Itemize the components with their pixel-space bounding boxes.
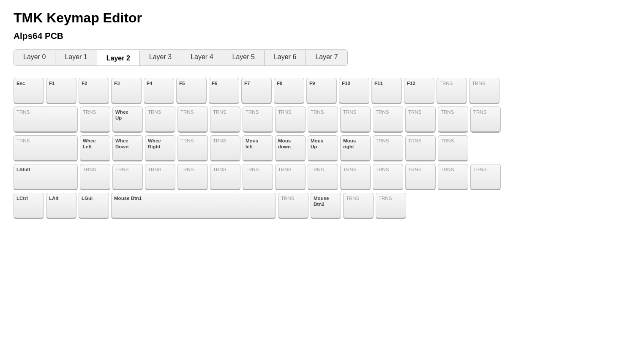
key-trns-r4-12[interactable]: TRNS: [405, 164, 436, 190]
key-mouse-btn1[interactable]: Mouse Btn1: [111, 193, 276, 219]
tab-layer1[interactable]: Layer 1: [55, 50, 97, 66]
key-trns-r4-4[interactable]: TRNS: [145, 164, 175, 190]
key-wheel-left[interactable]: WheeLeft: [80, 135, 110, 161]
key-lgui[interactable]: LGui: [79, 193, 109, 219]
key-f6[interactable]: F6: [209, 78, 239, 104]
key-trns-r4-8[interactable]: TRNS: [275, 164, 306, 190]
key-lctrl[interactable]: LCtrl: [14, 193, 44, 219]
key-f10[interactable]: F10: [339, 78, 369, 104]
key-f8[interactable]: F8: [274, 78, 304, 104]
key-trns-r4-3[interactable]: TRNS: [112, 164, 143, 190]
key-trns-r2-8[interactable]: TRNS: [275, 106, 306, 133]
key-trns-r2-10[interactable]: TRNS: [340, 106, 371, 133]
key-trns-r5-5[interactable]: TRNS: [278, 193, 308, 219]
tab-layer4[interactable]: Layer 4: [181, 50, 223, 66]
key-trns-r4-9[interactable]: TRNS: [308, 164, 338, 190]
key-wheel-right[interactable]: WheeRight: [145, 135, 175, 161]
key-esc[interactable]: Esc: [14, 78, 44, 104]
key-f1[interactable]: F1: [46, 78, 76, 104]
key-f3[interactable]: F3: [111, 78, 142, 104]
key-f7[interactable]: F7: [241, 78, 272, 104]
key-trns-r4-6[interactable]: TRNS: [210, 164, 240, 190]
key-wheel-down[interactable]: WheeDown: [112, 135, 143, 161]
key-trns-r2-1[interactable]: TRNS: [14, 106, 78, 133]
keyboard-layout: Esc F1 F2 F3 F4 F5 F6 F7 F8 F9 F10 F11 F…: [14, 78, 630, 219]
key-trns-r4-10[interactable]: TRNS: [340, 164, 371, 190]
key-trns-r4-5[interactable]: TRNS: [177, 164, 208, 190]
page-subtitle: Alps64 PCB: [14, 31, 630, 41]
layer-tabs: Layer 0 Layer 1 Layer 2 Layer 3 Layer 4 …: [14, 49, 348, 66]
key-mouse-right[interactable]: Mousright: [340, 135, 371, 161]
key-mouse-down[interactable]: Mousdown: [275, 135, 306, 161]
key-f11[interactable]: F11: [371, 78, 402, 104]
key-trns-r2-5[interactable]: TRNS: [177, 106, 208, 133]
key-mouse-btn2[interactable]: MouseBtn2: [311, 193, 341, 219]
key-row-5: LCtrl LAlt LGui Mouse Btn1 TRNS MouseBtn…: [14, 193, 630, 219]
key-trns-r3-1[interactable]: TRNS: [14, 135, 78, 161]
key-row-1: Esc F1 F2 F3 F4 F5 F6 F7 F8 F9 F10 F11 F…: [14, 78, 630, 104]
key-trns-r2-14[interactable]: TRNS: [470, 106, 501, 133]
key-trns-r2-9[interactable]: TRNS: [308, 106, 338, 133]
tab-layer2[interactable]: Layer 2: [97, 50, 140, 66]
key-trns-r3-5[interactable]: TRNS: [177, 135, 208, 161]
key-f2[interactable]: F2: [79, 78, 109, 104]
key-lshift[interactable]: LShift: [14, 164, 78, 190]
page-title: TMK Keymap Editor: [14, 10, 630, 26]
key-wheel-up[interactable]: WheeUp: [112, 106, 143, 133]
key-trns-r2-4[interactable]: TRNS: [145, 106, 175, 133]
key-row-2: TRNS TRNS WheeUp TRNS TRNS TRNS TRNS TRN…: [14, 106, 630, 133]
key-trns-r2-11[interactable]: TRNS: [373, 106, 403, 133]
key-trns-r4-13[interactable]: TRNS: [438, 164, 468, 190]
key-trns-r2-2[interactable]: TRNS: [80, 106, 110, 133]
key-trns-r2-6[interactable]: TRNS: [210, 106, 240, 133]
key-trns-r2-12[interactable]: TRNS: [405, 106, 436, 133]
key-mouse-left[interactable]: Mousleft: [243, 135, 273, 161]
tab-layer0[interactable]: Layer 0: [14, 50, 55, 66]
key-mouse-up[interactable]: MousUp: [308, 135, 338, 161]
tab-layer3[interactable]: Layer 3: [140, 50, 181, 66]
key-trns-r4-11[interactable]: TRNS: [373, 164, 403, 190]
key-trns-r4-14[interactable]: TRNS: [470, 164, 501, 190]
key-trns-r3-11[interactable]: TRNS: [373, 135, 403, 161]
key-trns-r2-13[interactable]: TRNS: [438, 106, 468, 133]
key-trns-r2-7[interactable]: TRNS: [243, 106, 273, 133]
tab-layer6[interactable]: Layer 6: [265, 50, 306, 66]
key-lalt[interactable]: LAlt: [46, 193, 76, 219]
key-trns-r3-12[interactable]: TRNS: [405, 135, 436, 161]
key-row-4: LShift TRNS TRNS TRNS TRNS TRNS TRNS TRN…: [14, 164, 630, 190]
key-trns-r5-7[interactable]: TRNS: [343, 193, 374, 219]
key-row-3: TRNS WheeLeft WheeDown WheeRight TRNS TR…: [14, 135, 630, 161]
key-f5[interactable]: F5: [176, 78, 207, 104]
key-trns-r1-15[interactable]: TRNS: [469, 78, 499, 104]
key-trns-r4-7[interactable]: TRNS: [243, 164, 273, 190]
key-trns-r5-8[interactable]: TRNS: [376, 193, 406, 219]
key-f9[interactable]: F9: [306, 78, 337, 104]
key-f4[interactable]: F4: [144, 78, 174, 104]
tab-layer7[interactable]: Layer 7: [306, 50, 347, 66]
key-trns-r3-13[interactable]: TRNS: [438, 135, 468, 161]
key-trns-r3-6[interactable]: TRNS: [210, 135, 240, 161]
key-f12[interactable]: F12: [404, 78, 434, 104]
key-trns-r4-2[interactable]: TRNS: [80, 164, 110, 190]
key-trns-r1-14[interactable]: TRNS: [437, 78, 467, 104]
tab-layer5[interactable]: Layer 5: [223, 50, 265, 66]
